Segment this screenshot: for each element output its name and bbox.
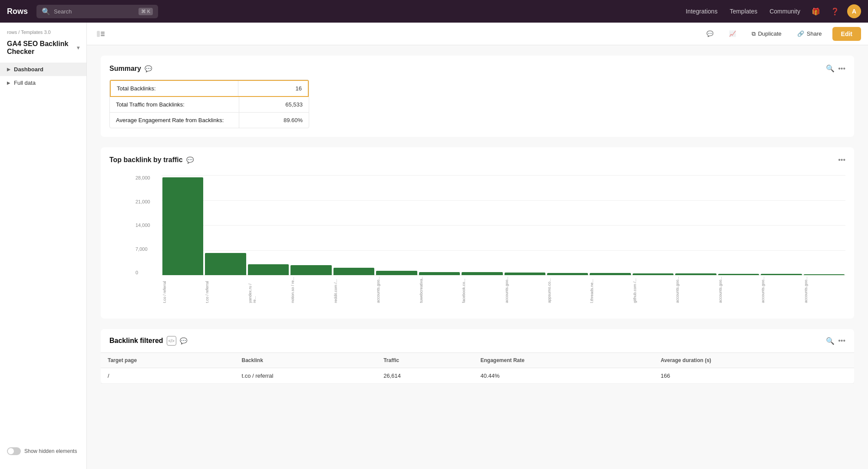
- chart-comment-icon[interactable]: 💬: [186, 156, 194, 163]
- code-icon[interactable]: </>: [167, 336, 176, 346]
- app-logo[interactable]: Rows: [7, 7, 28, 16]
- chart-button[interactable]: 📈: [724, 28, 741, 40]
- x-label-10: appsumo.co...: [547, 277, 588, 303]
- backlink-more-button[interactable]: •••: [838, 337, 845, 345]
- cell-target: /: [101, 368, 235, 384]
- sidebar-toggle-button[interactable]: [94, 27, 108, 41]
- summary-label-traffic: Total Traffic from Backlinks:: [110, 97, 239, 112]
- summary-search-button[interactable]: 🔍: [826, 64, 835, 73]
- sidebar-title: GA4 SEO Backlink Checker ▾: [0, 40, 86, 63]
- x-label-12: github.com /...: [633, 277, 673, 303]
- table-row: / t.co / referral 26,614 40.44% 166: [101, 368, 854, 384]
- x-label-7: tuwebcreativa...: [419, 277, 460, 303]
- y-label-28000: 28,000: [135, 175, 150, 180]
- summary-header: Summary 💬 🔍 •••: [109, 64, 845, 73]
- sidebar-item-fulldata[interactable]: ▶ Full data: [0, 76, 86, 90]
- integrations-link[interactable]: Integrations: [682, 6, 721, 17]
- svg-rect-3: [101, 35, 105, 36]
- summary-label-backlinks: Total Backlinks:: [111, 81, 238, 96]
- x-label-9: accounts.goo...: [505, 277, 545, 303]
- bar-15: [761, 274, 802, 275]
- bar-14: [718, 274, 759, 275]
- comment-small-icon[interactable]: 💬: [145, 65, 152, 72]
- chart-section: Top backlink by traffic 💬 ••• 28,000 21,…: [101, 147, 854, 319]
- community-link[interactable]: Community: [766, 6, 804, 17]
- col-target-page: Target page: [101, 353, 235, 368]
- summary-row-backlinks: Total Backlinks: 16: [110, 80, 309, 97]
- bar-wrapper-2: [205, 175, 246, 275]
- chevron-right-icon: ▶: [7, 67, 10, 72]
- bar-3: [248, 264, 289, 275]
- sidebar: rows / Templates 3.0 GA4 SEO Backlink Ch…: [0, 23, 87, 469]
- edit-button[interactable]: Edit: [832, 27, 861, 41]
- bar-7: [419, 272, 460, 275]
- backlink-header: Backlink filtered </> 💬 🔍 •••: [101, 329, 854, 353]
- templates-link[interactable]: Templates: [726, 6, 761, 17]
- col-backlink: Backlink: [235, 353, 377, 368]
- backlink-comment-icon[interactable]: 💬: [180, 337, 187, 344]
- x-label-8: facebook.co...: [462, 277, 502, 303]
- x-label-14: accounts.goo...: [718, 277, 759, 303]
- x-label-3: yandex.ru / re...: [248, 277, 289, 303]
- bar-wrapper-6: [376, 175, 417, 275]
- bar-wrapper-14: [718, 175, 759, 275]
- search-bar[interactable]: 🔍 Search ⌘ K: [36, 5, 158, 18]
- duplicate-button[interactable]: ⧉ Duplicate: [746, 28, 787, 40]
- comment-button[interactable]: 💬: [701, 28, 719, 40]
- summary-more-button[interactable]: •••: [838, 64, 845, 73]
- chevron-down-icon[interactable]: ▾: [77, 45, 79, 51]
- bar-wrapper-11: [590, 175, 630, 275]
- svg-rect-2: [101, 33, 105, 34]
- sidebar-item-label-2: Full data: [14, 80, 36, 86]
- cell-engagement: 40.44%: [474, 368, 654, 384]
- share-button[interactable]: 🔗 Share: [792, 28, 827, 40]
- bar-wrapper-7: [419, 175, 460, 275]
- summary-row-traffic: Total Traffic from Backlinks: 65,533: [110, 97, 309, 113]
- backlink-section: Backlink filtered </> 💬 🔍 ••• Target pag…: [101, 329, 854, 384]
- summary-value-backlinks: 16: [238, 81, 308, 96]
- bar-wrapper-10: [547, 175, 588, 275]
- bar-wrapper-5: [333, 175, 374, 275]
- bar-2: [205, 253, 246, 275]
- chart-container: 28,000 21,000 14,000 7,000 0: [109, 171, 845, 310]
- help-icon[interactable]: ❓: [828, 4, 842, 18]
- backlink-title: Backlink filtered: [109, 337, 163, 345]
- chart-more-button[interactable]: •••: [838, 156, 845, 164]
- sidebar-item-dashboard[interactable]: ▶ Dashboard: [0, 63, 86, 76]
- sidebar-footer: Show hidden elements: [0, 440, 86, 462]
- bar-13: [675, 273, 716, 275]
- bar-4: [290, 265, 331, 275]
- content-area: Summary 💬 🔍 ••• Total Backlinks: 16 Tota…: [87, 45, 868, 469]
- bar-11: [590, 273, 630, 275]
- backlink-table: Target page Backlink Traffic Engagement …: [101, 353, 854, 384]
- gift-icon[interactable]: 🎁: [809, 4, 823, 18]
- backlink-actions: 🔍 •••: [826, 337, 845, 345]
- hidden-elements-label: Show hidden elements: [24, 448, 77, 454]
- backlink-tbody: / t.co / referral 26,614 40.44% 166: [101, 368, 854, 384]
- search-icon: 🔍: [42, 7, 50, 16]
- search-placeholder: Search: [54, 8, 72, 15]
- main-content: 💬 📈 ⧉ Duplicate 🔗 Share Edit Summary 💬: [87, 23, 868, 469]
- avatar[interactable]: A: [847, 4, 861, 18]
- x-label-16: accounts.goo...: [804, 277, 845, 303]
- summary-actions: 🔍 •••: [826, 64, 845, 73]
- y-label-0: 0: [135, 270, 150, 275]
- hidden-elements-toggle[interactable]: [7, 447, 21, 455]
- cell-duration: 166: [654, 368, 854, 384]
- col-traffic: Traffic: [376, 353, 473, 368]
- bars-area: [162, 175, 845, 275]
- bar-wrapper-16: [804, 175, 845, 275]
- backlink-search-button[interactable]: 🔍: [826, 337, 835, 345]
- bar-6: [376, 271, 417, 275]
- duplicate-icon: ⧉: [752, 30, 756, 37]
- bar-wrapper-8: [462, 175, 502, 275]
- summary-value-engagement: 89.60%: [239, 113, 309, 128]
- bar-10: [547, 273, 588, 275]
- y-label-21000: 21,000: [135, 199, 150, 204]
- x-labels: t.co / referral t.co / referral yandex.r…: [162, 275, 845, 303]
- summary-section: Summary 💬 🔍 ••• Total Backlinks: 16 Tota…: [101, 56, 854, 137]
- x-label-4: notion.so / re...: [290, 277, 331, 303]
- svg-rect-0: [97, 31, 100, 37]
- bar-5: [333, 268, 374, 275]
- app-body: rows / Templates 3.0 GA4 SEO Backlink Ch…: [0, 23, 868, 469]
